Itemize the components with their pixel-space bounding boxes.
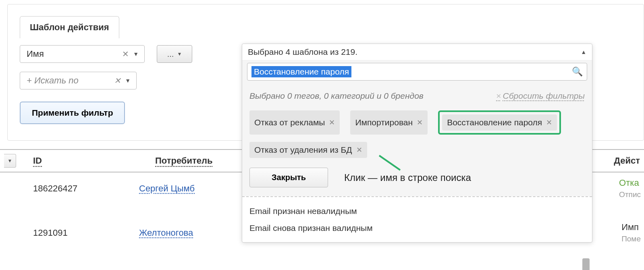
chip[interactable]: Импортирован ✕ <box>350 110 428 135</box>
tab-label: Шаблон действия <box>30 22 109 32</box>
tags-info-text: Выбрано 0 тегов, 0 категорий и 0 брендов <box>249 91 424 101</box>
status-secondary: Поме <box>621 234 641 245</box>
search-by-placeholder: + Искать по <box>27 75 112 86</box>
close-icon[interactable]: ✕ <box>356 145 362 154</box>
cell-consumer: Желтоногова <box>139 228 193 238</box>
search-by-combo[interactable]: + Искать по ✕ ▼ <box>20 72 137 89</box>
chip[interactable]: Отказ от рекламы ✕ <box>249 110 340 135</box>
close-icon[interactable]: ✕ <box>417 118 423 127</box>
header-select: ▼ <box>0 154 16 168</box>
status-primary: Имп <box>621 221 641 234</box>
close-button[interactable]: Закрыть <box>249 168 328 187</box>
chip-label: Восстановление пароля <box>447 118 542 127</box>
header-id[interactable]: ID <box>16 156 155 166</box>
status-primary: Отка <box>619 177 641 189</box>
operator-button[interactable]: ... ▼ <box>157 45 192 63</box>
cell-id: 186226427 <box>0 183 139 194</box>
annotation-arrow <box>378 154 402 172</box>
chevron-down-icon[interactable]: ▼ <box>131 51 140 57</box>
selected-chips: Отказ от рекламы ✕ Импортирован ✕ Восста… <box>242 105 592 160</box>
apply-filter-button[interactable]: Применить фильтр <box>20 102 125 124</box>
dropdown-search-input[interactable]: Восстановление пароля 🔍 <box>247 63 587 81</box>
close-row: Закрыть Клик — имя в строке поиска <box>242 160 592 196</box>
dropdown-header-text: Выбрано 4 шаблона из 219. <box>248 47 581 57</box>
chevron-down-icon: ▼ <box>177 51 182 57</box>
field-combo[interactable]: Имя ✕ ▼ <box>20 45 145 63</box>
select-all-dropdown[interactable]: ▼ <box>4 154 16 168</box>
search-selected-text: Восстановление пароля <box>251 66 351 77</box>
svg-line-0 <box>379 156 400 170</box>
chip-highlighted[interactable]: Восстановление пароля ✕ <box>438 110 561 135</box>
operator-label: ... <box>167 50 174 59</box>
chevron-down-icon[interactable]: ▼ <box>123 77 132 84</box>
cell-id: 1291091 <box>0 228 139 238</box>
reset-filters-link[interactable]: ×Сбросить фильтры <box>496 91 585 101</box>
close-icon[interactable]: ✕ <box>329 118 335 127</box>
chip-label: Импортирован <box>355 118 413 127</box>
consumer-link[interactable]: Желтоногова <box>139 228 193 238</box>
header-action[interactable]: Дейст <box>614 156 640 166</box>
consumer-link[interactable]: Сергей Цымб <box>139 183 195 193</box>
search-icon: 🔍 <box>572 66 583 77</box>
field-combo-label: Имя <box>27 49 120 59</box>
chip-label: Отказ от удаления из БД <box>254 145 352 155</box>
tab-action-template[interactable]: Шаблон действия <box>20 16 119 38</box>
list-item[interactable]: Email снова признан валидным <box>249 220 585 237</box>
cell-status: Отка Отпис <box>619 177 641 200</box>
chip-label: Отказ от рекламы <box>254 118 325 127</box>
scrollbar-thumb[interactable] <box>582 258 590 270</box>
dropdown-search-wrap: Восстановление пароля 🔍 <box>242 60 592 85</box>
close-icon[interactable]: ✕ <box>546 118 552 127</box>
cell-consumer: Сергей Цымб <box>139 183 195 194</box>
cell-status: Имп Поме <box>621 221 641 244</box>
dropdown-list: Email признан невалидным Email снова при… <box>242 197 592 242</box>
chevron-up-icon[interactable]: ▲ <box>581 49 586 55</box>
dropdown-tags-info: Выбрано 0 тегов, 0 категорий и 0 брендов… <box>242 85 592 105</box>
annotation-text: Клик — имя в строке поиска <box>344 172 471 183</box>
close-icon: × <box>496 91 501 100</box>
apply-label: Применить фильтр <box>32 108 113 117</box>
clear-icon[interactable]: ✕ <box>112 76 123 85</box>
status-secondary: Отпис <box>619 189 641 200</box>
template-dropdown: Выбрано 4 шаблона из 219. ▲ Восстановлен… <box>242 44 592 243</box>
chip[interactable]: Отказ от удаления из БД ✕ <box>249 142 367 158</box>
dropdown-header[interactable]: Выбрано 4 шаблона из 219. ▲ <box>242 44 592 60</box>
list-item[interactable]: Email признан невалидным <box>249 203 585 220</box>
clear-icon[interactable]: ✕ <box>120 49 131 59</box>
